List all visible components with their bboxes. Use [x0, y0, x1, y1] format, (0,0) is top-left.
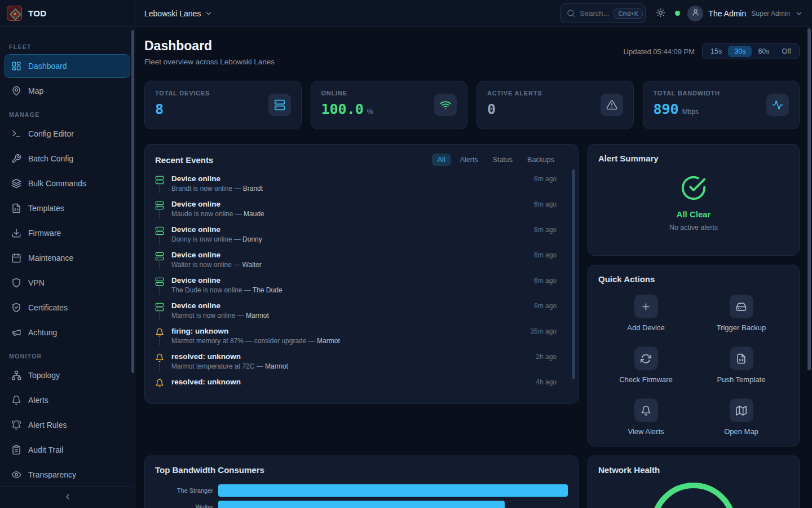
quick-action-check-firmware[interactable]: Check Firmware	[598, 347, 694, 384]
topbar: TOD Lebowski Lanes Search... Cmd+K The A…	[0, 0, 812, 27]
event-device: Walter	[242, 261, 262, 269]
sidebar-item-firmware[interactable]: Firmware	[5, 221, 130, 245]
org-switcher[interactable]: Lebowski Lanes	[144, 9, 213, 18]
sidebar-item-label: Bulk Commands	[28, 179, 86, 188]
server-icon	[155, 200, 164, 218]
event-row: Device online6m agoBrandt is now online …	[155, 174, 568, 200]
sidebar-item-label: Audit Trail	[28, 445, 63, 454]
sidebar-item-dashboard[interactable]: Dashboard	[5, 54, 130, 78]
stat-card-online: ONLINE100.0%	[311, 81, 468, 129]
sidebar-item-label: Map	[28, 86, 43, 95]
calendar-icon	[11, 253, 21, 263]
refresh-option-60s[interactable]: 60s	[752, 46, 775, 57]
page-title: Dashboard	[144, 38, 275, 54]
network-health-gauge: 100	[651, 483, 736, 508]
quick-action-label: Open Map	[724, 427, 758, 436]
alert-subtext: No active alerts	[669, 224, 718, 231]
event-detail: Brandt is now online — Brandt	[171, 185, 568, 192]
sidebar-item-certificates[interactable]: Certificates	[5, 296, 130, 319]
event-device: Maude	[244, 210, 264, 218]
events-scrollbar[interactable]	[572, 169, 575, 379]
server-icon	[268, 94, 291, 116]
event-row: Device online6m agoMaude is now online —…	[155, 200, 568, 225]
event-row: firing: unknown35m agoMarmot memory at 8…	[155, 327, 568, 352]
quick-action-view-alerts[interactable]: View Alerts	[598, 398, 694, 436]
sidebar-item-topology[interactable]: Topology	[5, 364, 130, 387]
events-tab-all[interactable]: All	[432, 154, 451, 166]
event-row: Device online6m agoWalter is now online …	[155, 251, 568, 276]
search-input[interactable]: Search... Cmd+K	[560, 3, 646, 23]
download-icon	[11, 228, 21, 238]
layers-icon	[11, 178, 21, 189]
event-detail: Maude is now online — Maude	[171, 210, 568, 218]
refresh-option-15s[interactable]: 15s	[704, 46, 728, 57]
refresh-option-30s[interactable]: 30s	[728, 46, 752, 57]
sidebar-scrollbar[interactable]	[131, 30, 134, 373]
events-tab-status[interactable]: Status	[487, 154, 518, 166]
event-row: resolved: unknown2h agoMarmot temperatur…	[155, 352, 568, 378]
sidebar-item-label: Maintenance	[28, 253, 73, 262]
nav-section-label: MANAGE	[9, 111, 126, 118]
bell-icon	[11, 395, 21, 405]
search-icon	[567, 9, 575, 17]
refresh-option-off[interactable]: Off	[776, 46, 797, 57]
sidebar: FLEETDashboardMapMANAGEConfig EditorBatc…	[0, 27, 135, 508]
sidebar-item-achtung[interactable]: Achtung	[5, 321, 130, 344]
main-content: Dashboard Fleet overview across Lebowski…	[135, 27, 812, 508]
network-health-title: Network Health	[598, 465, 789, 475]
sidebar-item-maintenance[interactable]: Maintenance	[5, 246, 130, 270]
server-icon	[155, 251, 164, 269]
search-shortcut-badge: Cmd+K	[614, 8, 642, 19]
event-detail: Marmot is now online — Marmot	[171, 312, 568, 319]
theme-toggle-button[interactable]	[653, 6, 668, 21]
quick-action-trigger-backup[interactable]: Trigger Backup	[694, 295, 789, 332]
stat-label: ACTIVE ALERTS	[487, 90, 542, 97]
bell-icon	[634, 398, 658, 422]
user-icon	[691, 8, 700, 19]
stat-label: TOTAL DEVICES	[155, 90, 210, 97]
plus-icon	[634, 295, 658, 318]
event-device: Donny	[242, 235, 262, 243]
quick-action-label: Check Firmware	[619, 375, 673, 384]
server-icon	[155, 174, 164, 192]
sidebar-item-batch-config[interactable]: Batch Config	[5, 147, 130, 170]
sidebar-item-bulk-commands[interactable]: Bulk Commands	[5, 172, 130, 195]
network-icon	[11, 370, 21, 380]
event-device: Brandt	[243, 185, 263, 192]
quick-action-add-device[interactable]: Add Device	[598, 295, 694, 332]
network-health-panel: Network Health 100	[588, 456, 800, 508]
wrench-icon	[11, 154, 21, 164]
events-panel-title: Recent Events	[155, 155, 213, 165]
terminal-icon	[11, 129, 21, 139]
check-circle-icon	[681, 175, 707, 203]
stat-card-active-alerts: ACTIVE ALERTS0	[476, 81, 634, 129]
event-title: Device online	[171, 200, 220, 208]
sidebar-item-vpn[interactable]: VPN	[5, 271, 130, 295]
quick-actions-grid: Add DeviceTrigger BackupCheck FirmwarePu…	[598, 295, 789, 436]
sidebar-item-label: Topology	[28, 371, 60, 380]
sidebar-item-map[interactable]: Map	[5, 79, 130, 103]
collapse-sidebar-button[interactable]	[63, 492, 72, 503]
bell-icon	[155, 327, 164, 345]
events-tab-backups[interactable]: Backups	[522, 154, 560, 166]
sidebar-item-alert-rules[interactable]: Alert Rules	[5, 413, 130, 437]
alert-status: All Clear	[677, 209, 711, 219]
quick-action-push-template[interactable]: Push Template	[694, 347, 789, 384]
events-tab-alerts[interactable]: Alerts	[454, 154, 484, 166]
sidebar-item-label: Alert Rules	[28, 421, 67, 430]
event-time: 2h ago	[536, 353, 557, 361]
sidebar-item-templates[interactable]: Templates	[5, 196, 130, 220]
sidebar-item-transparency[interactable]: Transparency	[5, 463, 130, 487]
event-time: 6m ago	[534, 302, 557, 310]
sidebar-item-audit-trail[interactable]: Audit Trail	[5, 438, 130, 462]
quick-action-open-map[interactable]: Open Map	[694, 398, 789, 436]
sidebar-item-alerts[interactable]: Alerts	[5, 388, 130, 412]
bandwidth-bar-label: Walter	[155, 503, 218, 508]
user-menu[interactable]: The Admin Super Admin	[687, 6, 803, 21]
sidebar-item-label: Certificates	[28, 303, 68, 312]
page-scrollbar[interactable]	[807, 28, 811, 370]
avatar	[687, 6, 703, 21]
bandwidth-chart: The StrangerWalter	[155, 484, 568, 508]
stat-unit: Mbps	[682, 108, 699, 116]
sidebar-item-config-editor[interactable]: Config Editor	[5, 122, 130, 146]
